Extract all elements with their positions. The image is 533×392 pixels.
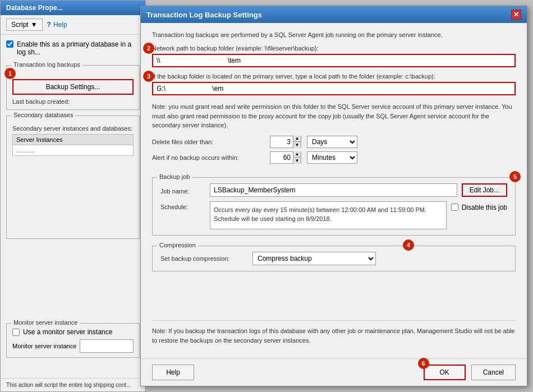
network-path-input[interactable]: [152, 54, 516, 67]
disable-job-row: Disable this job: [451, 201, 507, 211]
network-path-row: 2 Network path to backup folder (example…: [152, 45, 516, 67]
enable-primary-db-row: Enable this as a primary database in a l…: [6, 40, 140, 56]
monitor-instance-label: Monitor server instance: [12, 343, 76, 349]
dialog-intro: Transaction log backups are performed by…: [152, 31, 516, 39]
badge-3: 3: [143, 71, 154, 82]
transaction-log-group: Transaction log backups 1 Backup Setting…: [6, 65, 140, 110]
job-name-label: Job name:: [160, 186, 205, 195]
dialog-bottom-note: Note: If you backup the transaction logs…: [152, 320, 516, 351]
use-monitor-label: Use a monitor server instance: [23, 328, 112, 336]
transaction-log-dialog: Transaction Log Backup Settings ✕ Transa…: [140, 6, 527, 386]
last-backup-row: Last backup created:: [12, 98, 134, 105]
help-icon: ?: [47, 21, 51, 29]
local-path-input[interactable]: [152, 82, 516, 95]
delete-files-label: Delete files older than:: [152, 139, 264, 145]
enable-primary-db-checkbox[interactable]: [6, 40, 13, 48]
delete-files-spinner: ▲ ▼: [270, 136, 301, 148]
compression-row: Set backup compression: Compress backup …: [160, 252, 507, 265]
compression-select[interactable]: Compress backup Use the default server s…: [252, 252, 376, 265]
transaction-log-group-label: Transaction log backups: [11, 61, 82, 68]
badge-1: 1: [4, 68, 16, 79]
dialog-footer: Help 6 OK Cancel: [141, 358, 527, 386]
monitor-instance-input[interactable]: [80, 339, 134, 353]
schedule-row: Schedule: Occurs every day every 15 minu…: [160, 201, 507, 229]
last-backup-label: Last backup created:: [12, 98, 70, 105]
enable-primary-db-label: Enable this as a primary database in a l…: [17, 40, 140, 56]
set-compression-label: Set backup compression:: [160, 255, 245, 262]
bg-bottom-note: This action will script the entire log s…: [1, 378, 145, 391]
alert-spinner: ▲ ▼: [270, 151, 301, 164]
bg-window-toolbar: Script ▼ ? Help: [1, 15, 145, 35]
script-label: Script: [11, 21, 29, 29]
local-path-row: 3 If the backup folder is located on the…: [152, 73, 516, 95]
delete-files-spin-buttons: ▲ ▼: [293, 136, 301, 148]
backup-job-label: Backup job: [157, 173, 192, 180]
help-footer-button[interactable]: Help: [152, 365, 194, 380]
delete-alert-section: Delete files older than: ▲ ▼ Days Hours …: [152, 136, 516, 167]
bg-window-title: Database Prope...: [6, 4, 63, 12]
secondary-db-label: Secondary databases: [11, 112, 75, 118]
server-list-header: Server Instances: [12, 134, 134, 145]
server-list-item: ...........: [12, 145, 134, 156]
badge-6: 6: [418, 358, 429, 369]
alert-row: Alert if no backup occurs within: ▲ ▼ Mi…: [152, 151, 516, 164]
delete-files-unit-select[interactable]: Days Hours Weeks: [307, 136, 357, 148]
help-label: Help: [53, 21, 67, 29]
alert-label: Alert if no backup occurs within:: [152, 154, 264, 161]
secondary-db-group: Secondary databases Secondary server ins…: [6, 116, 140, 239]
use-monitor-checkbox[interactable]: [12, 329, 20, 336]
monitor-group: Monitor server instance Use a monitor se…: [6, 323, 140, 358]
script-button[interactable]: Script ▼: [6, 19, 43, 31]
cancel-button[interactable]: Cancel: [471, 365, 516, 380]
database-properties-window: Database Prope... Script ▼ ? Help Enable…: [0, 0, 146, 392]
server-instances-label: Secondary server instances and databases…: [12, 125, 134, 132]
ok-button[interactable]: OK: [424, 365, 466, 380]
disable-job-label: Disable this job: [462, 204, 507, 211]
job-name-input[interactable]: [210, 183, 457, 197]
compression-label: Compression: [157, 242, 198, 248]
alert-up-button[interactable]: ▲: [293, 151, 301, 158]
delete-files-input[interactable]: [270, 137, 293, 147]
monitor-section-label: Monitor server instance: [11, 319, 80, 326]
monitor-section: Monitor server instance Use a monitor se…: [1, 323, 145, 358]
bg-window-content: Enable this as a primary database in a l…: [1, 35, 145, 245]
script-dropdown-icon[interactable]: ▼: [31, 21, 38, 29]
dialog-body: Transaction log backups are performed by…: [141, 23, 527, 358]
schedule-text: Occurs every day every 15 minute(s) betw…: [210, 201, 447, 229]
dialog-title: Transaction Log Backup Settings: [146, 11, 262, 19]
alert-spin-buttons: ▲ ▼: [293, 151, 301, 164]
badge-2: 2: [143, 43, 154, 54]
backup-job-section: Backup job 5 Job name: Edit Job... Sched…: [152, 177, 516, 236]
permissions-note: Note: you must grant read and write perm…: [152, 102, 516, 130]
schedule-label: Schedule:: [160, 201, 205, 210]
job-name-row: Job name: Edit Job...: [160, 183, 507, 197]
bg-window-titlebar: Database Prope...: [1, 1, 145, 15]
ok-btn-wrapper: 6 OK: [424, 365, 466, 380]
alert-input[interactable]: [270, 153, 293, 163]
dialog-titlebar: Transaction Log Backup Settings ✕: [141, 6, 527, 23]
compression-section: 4 Compression Set backup compression: Co…: [152, 246, 516, 271]
disable-job-checkbox[interactable]: [451, 204, 458, 211]
help-button[interactable]: ? Help: [47, 21, 67, 29]
badge-5: 5: [509, 171, 521, 182]
network-path-label: Network path to backup folder (example: …: [152, 45, 516, 52]
close-button[interactable]: ✕: [511, 10, 521, 20]
alert-down-button[interactable]: ▼: [293, 158, 301, 164]
edit-job-button[interactable]: Edit Job...: [462, 183, 507, 197]
delete-files-row: Delete files older than: ▲ ▼ Days Hours …: [152, 136, 516, 148]
delete-files-down-button[interactable]: ▼: [293, 142, 301, 148]
backup-settings-button[interactable]: Backup Settings...: [12, 79, 134, 95]
delete-files-up-button[interactable]: ▲: [293, 136, 301, 142]
bg-bottom-note-text: This action will script the entire log s…: [6, 382, 131, 388]
local-path-label: If the backup folder is located on the p…: [152, 73, 516, 80]
badge-4: 4: [403, 239, 414, 251]
alert-unit-select[interactable]: Minutes Hours: [307, 151, 357, 164]
